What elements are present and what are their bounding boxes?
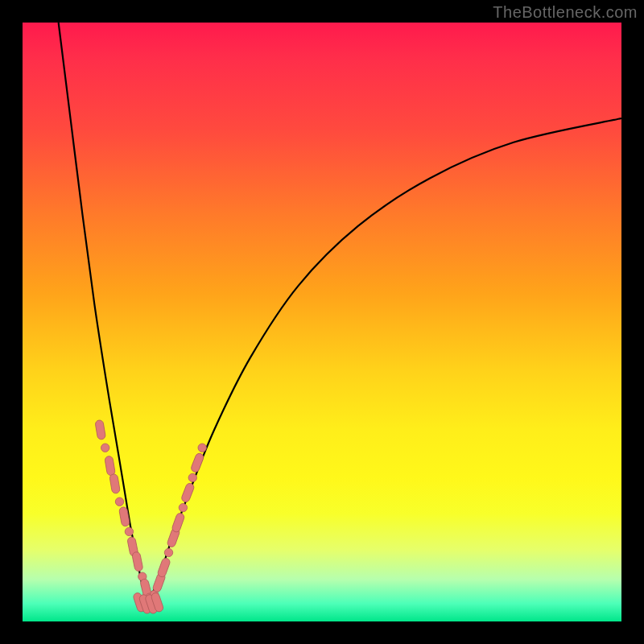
beads-right-group [151, 444, 207, 599]
bead-pill [95, 419, 106, 440]
bead-pill [190, 452, 204, 473]
bead-dot [179, 503, 187, 511]
bead-dot [188, 473, 196, 481]
beads-left-group [95, 419, 154, 601]
bead-pill [109, 473, 121, 493]
left-curve [59, 23, 149, 604]
bead-pill [105, 456, 116, 476]
chart-frame: TheBottleneck.com [0, 0, 644, 644]
bead-pill [132, 551, 144, 572]
bead-pill [171, 512, 186, 533]
watermark-text: TheBottleneck.com [493, 3, 638, 22]
right-curve [148, 118, 621, 604]
left-curve-path [59, 23, 149, 604]
bead-dot [101, 444, 109, 452]
bead-pill [157, 557, 171, 578]
right-curve-path [148, 118, 621, 604]
beads-bottom-group [133, 592, 164, 614]
bead-dot [125, 527, 133, 535]
bead-dot [115, 497, 123, 506]
bead-pill [180, 482, 195, 503]
bead-dot [164, 548, 172, 556]
chart-svg [23, 23, 621, 621]
bead-dot [198, 444, 206, 452]
